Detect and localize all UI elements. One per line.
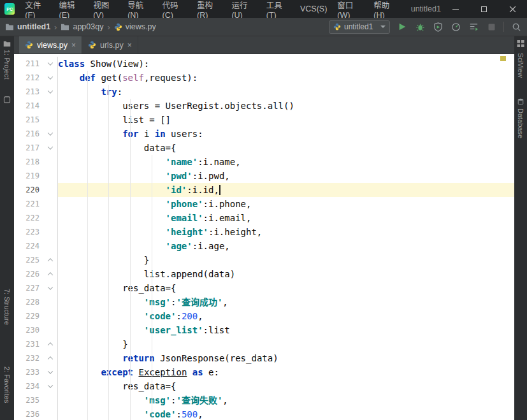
- tab-views-py[interactable]: views.py ×: [19, 36, 82, 54]
- line-number[interactable]: 234: [14, 379, 43, 393]
- code-line[interactable]: 230 'user_list':list: [14, 323, 514, 337]
- menu-edit[interactable]: 编辑(E): [54, 0, 89, 18]
- line-number[interactable]: 224: [14, 239, 43, 253]
- fold-down-icon[interactable]: [43, 365, 57, 379]
- menu-file[interactable]: 文件(F): [20, 0, 54, 18]
- menu-view[interactable]: 视图(V): [88, 0, 122, 18]
- fold-down-icon[interactable]: [43, 71, 57, 85]
- code-line[interactable]: 231 }: [14, 337, 514, 351]
- toolwindow-icon[interactable]: [4, 96, 11, 103]
- code-line[interactable]: 219 'pwd':i.pwd,: [14, 169, 514, 183]
- fold-down-icon[interactable]: [43, 379, 57, 393]
- line-number[interactable]: 214: [14, 99, 43, 113]
- profiler-button[interactable]: [450, 21, 461, 33]
- tab-close-button[interactable]: ×: [127, 41, 132, 49]
- code-line[interactable]: 223 'height':i.height,: [14, 225, 514, 239]
- close-button[interactable]: [498, 0, 527, 18]
- code-line[interactable]: 228 'msg':'查询成功',: [14, 295, 514, 309]
- code-line[interactable]: 236 'code':500,: [14, 407, 514, 420]
- menu-refactor[interactable]: 重构(R): [192, 0, 226, 18]
- code-line[interactable]: 211class Show(View):: [14, 57, 514, 71]
- breadcrumb-item-file[interactable]: views.py: [126, 22, 156, 31]
- line-number[interactable]: 213: [14, 85, 43, 99]
- menu-help[interactable]: 帮助(H): [368, 0, 403, 18]
- fold-down-icon[interactable]: [43, 281, 57, 295]
- code-line[interactable]: 229 'code':200,: [14, 309, 514, 323]
- fold-up-icon[interactable]: [43, 267, 57, 281]
- line-number[interactable]: 232: [14, 351, 43, 365]
- line-number[interactable]: 235: [14, 393, 43, 407]
- minimize-button[interactable]: [441, 0, 470, 18]
- code-line[interactable]: 213 try:: [14, 85, 514, 99]
- code-line[interactable]: 216 for i in users:: [14, 127, 514, 141]
- toolwindow-structure-button[interactable]: 7: Structure: [3, 289, 11, 325]
- fold-down-icon[interactable]: [43, 127, 57, 141]
- breadcrumb-item-package[interactable]: app03qy: [73, 22, 103, 31]
- menu-navigate[interactable]: 导航(N): [122, 0, 157, 18]
- line-number[interactable]: 227: [14, 281, 43, 295]
- debug-button[interactable]: [414, 21, 426, 33]
- line-number[interactable]: 221: [14, 197, 43, 211]
- code-line[interactable]: 234 res_data={: [14, 379, 514, 393]
- tab-urls-py[interactable]: urls.py ×: [82, 36, 138, 54]
- line-number[interactable]: 231: [14, 337, 43, 351]
- run-config-selector[interactable]: untitled1: [329, 20, 390, 34]
- fold-down-icon[interactable]: [43, 85, 57, 99]
- search-everywhere-button[interactable]: [510, 21, 522, 33]
- line-number[interactable]: 211: [14, 57, 43, 71]
- code-line[interactable]: 232 return JsonResponse(res_data): [14, 351, 514, 365]
- warning-stripe-marker[interactable]: [500, 56, 506, 61]
- code-editor[interactable]: 211class Show(View):212 def get(self,req…: [14, 54, 514, 420]
- line-number[interactable]: 225: [14, 253, 43, 267]
- code-line[interactable]: 222 'email':i.email,: [14, 211, 514, 225]
- menu-run[interactable]: 运行(U): [226, 0, 261, 18]
- line-number[interactable]: 228: [14, 295, 43, 309]
- line-number[interactable]: 217: [14, 141, 43, 155]
- code-line[interactable]: 224 'age':i.age,: [14, 239, 514, 253]
- code-line[interactable]: 218 'name':i.name,: [14, 155, 514, 169]
- line-number[interactable]: 218: [14, 155, 43, 169]
- run-configurations-button[interactable]: [468, 21, 479, 33]
- code-line[interactable]: 221 'phone':i.phone,: [14, 197, 514, 211]
- code-line[interactable]: 215 list = []: [14, 113, 514, 127]
- line-number[interactable]: 216: [14, 127, 43, 141]
- line-number[interactable]: 219: [14, 169, 43, 183]
- line-number[interactable]: 226: [14, 267, 43, 281]
- line-number[interactable]: 233: [14, 365, 43, 379]
- line-number[interactable]: 220: [14, 183, 43, 197]
- code-line[interactable]: 212 def get(self,request):: [14, 71, 514, 85]
- toolwindow-favorites-button[interactable]: 2: Favorites: [3, 366, 11, 403]
- code-line[interactable]: 220 'id':i.id,: [14, 183, 514, 197]
- line-number[interactable]: 230: [14, 323, 43, 337]
- code-line[interactable]: 233 except Exception as e:: [14, 365, 514, 379]
- fold-up-icon[interactable]: [43, 351, 57, 365]
- fold-up-icon[interactable]: [43, 337, 57, 351]
- menu-vcs[interactable]: VCS(S): [295, 0, 332, 18]
- code-line[interactable]: 214 users = UserRegist.objects.all(): [14, 99, 514, 113]
- line-number[interactable]: 222: [14, 211, 43, 225]
- menu-tools[interactable]: 工具(T): [261, 0, 295, 18]
- line-number[interactable]: 215: [14, 113, 43, 127]
- line-number[interactable]: 223: [14, 225, 43, 239]
- fold-down-icon[interactable]: [43, 141, 57, 155]
- toolwindow-sciview-button[interactable]: SciView: [517, 53, 524, 78]
- menu-code[interactable]: 代码(C): [157, 0, 192, 18]
- maximize-button[interactable]: [470, 0, 498, 18]
- code-line[interactable]: 235 'msg':'查询失败',: [14, 393, 514, 407]
- code-line[interactable]: 225 }: [14, 253, 514, 267]
- fold-down-icon[interactable]: [43, 57, 57, 71]
- tool-windows-grid-icon[interactable]: [517, 40, 525, 48]
- code-line[interactable]: 226 list.append(data): [14, 267, 514, 281]
- menu-window[interactable]: 窗口(W): [332, 0, 368, 18]
- run-with-coverage-button[interactable]: [432, 21, 444, 33]
- toolwindow-database-button[interactable]: Database: [517, 108, 524, 138]
- line-number[interactable]: 212: [14, 71, 43, 85]
- fold-up-icon[interactable]: [43, 253, 57, 267]
- line-number[interactable]: 229: [14, 309, 43, 323]
- code-line[interactable]: 227 res_data={: [14, 281, 514, 295]
- code-line[interactable]: 217 data={: [14, 141, 514, 155]
- tab-close-button[interactable]: ×: [71, 41, 76, 49]
- line-number[interactable]: 236: [14, 407, 43, 420]
- pycharm-logo-icon[interactable]: PC: [4, 3, 15, 15]
- breadcrumb-item-project[interactable]: untitled1: [17, 22, 50, 31]
